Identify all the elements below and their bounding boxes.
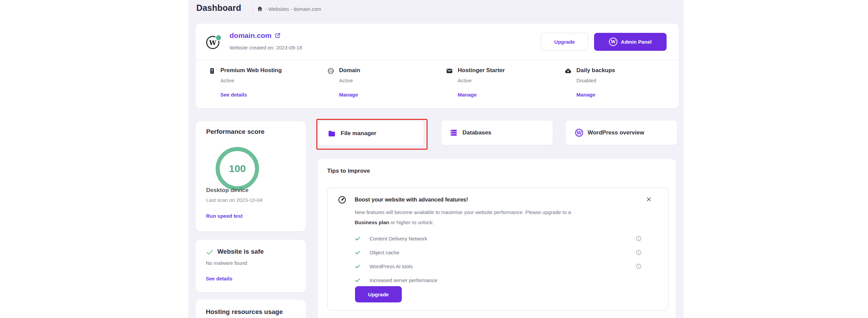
boost-banner-body-line1: New features will become available to ma… — [355, 209, 571, 215]
see-details-link[interactable]: See details — [220, 92, 247, 98]
service-title: Daily backups — [576, 67, 615, 74]
close-icon[interactable] — [646, 196, 652, 203]
feature-label: Object cache — [370, 250, 399, 255]
check-icon — [206, 248, 214, 256]
cloud-upload-icon — [565, 67, 572, 75]
server-icon — [209, 67, 216, 75]
feature-row: Object cache — [355, 249, 646, 257]
dashboard-page: Dashboard - Websites - domain.com W doma… — [188, 0, 684, 318]
check-icon — [355, 277, 360, 283]
domain-row: domain.com — [230, 31, 281, 40]
external-link-icon[interactable] — [275, 33, 281, 39]
globe-icon — [327, 67, 334, 75]
resources-title: Hosting resources usage — [206, 308, 283, 316]
wordpress-icon: W — [575, 129, 583, 137]
feature-row: Increased server performance — [355, 277, 646, 284]
service-title: Premium Web Hosting — [220, 67, 282, 74]
admin-panel-label: Admin Panel — [621, 39, 652, 45]
manage-link[interactable]: Manage — [339, 92, 358, 98]
databases-label: Databases — [462, 129, 491, 136]
speedometer-icon — [338, 195, 347, 204]
site-card: W domain.com Website created on: 2023-09… — [196, 24, 679, 108]
tips-card: Tips to improve Boost your website with … — [318, 159, 676, 318]
unlock-text: or higher to unlock: — [389, 219, 434, 225]
check-icon — [355, 250, 360, 255]
header-divider — [253, 3, 253, 16]
performance-score-ring: 100 — [216, 147, 259, 190]
feature-row: WordPress AI tools — [355, 263, 646, 271]
service-status: Active — [220, 78, 234, 83]
service-status: Active — [339, 78, 353, 83]
boost-banner-title: Boost your website with advanced feature… — [355, 197, 468, 203]
breadcrumb[interactable]: - Websites - domain.com — [265, 6, 321, 12]
card-divider — [196, 60, 679, 60]
boost-banner-body-line2: Business plan or higher to unlock: — [355, 219, 434, 225]
info-icon[interactable] — [635, 235, 642, 242]
wordpress-logo-icon: W — [609, 38, 617, 46]
boost-banner: Boost your website with advanced feature… — [327, 188, 669, 311]
service-status: Disabled — [576, 78, 596, 83]
feature-label: Increased server performance — [370, 277, 437, 283]
status-online-dot — [215, 35, 222, 41]
manage-link[interactable]: Manage — [576, 92, 595, 98]
check-icon — [355, 263, 360, 269]
performance-score-value: 100 — [229, 163, 246, 174]
check-icon — [355, 236, 360, 241]
mail-icon — [446, 67, 453, 75]
performance-title: Performance score — [206, 128, 264, 135]
run-speed-test-link[interactable]: Run speed test — [206, 213, 243, 219]
admin-panel-button[interactable]: W Admin Panel — [594, 33, 667, 51]
databases-card[interactable]: Databases — [441, 121, 553, 145]
service-title: Domain — [339, 67, 360, 74]
database-icon — [450, 129, 458, 137]
info-icon[interactable] — [635, 249, 642, 256]
folder-icon — [328, 129, 336, 138]
file-manager-label: File manager — [341, 130, 376, 137]
service-title: Hostinger Starter — [458, 67, 505, 74]
service-status: Active — [458, 78, 472, 83]
wordpress-overview-card[interactable]: W WordPress overview — [566, 121, 677, 145]
manage-link[interactable]: Manage — [458, 92, 477, 98]
feature-row: Content Delivery Network — [355, 235, 646, 243]
home-icon[interactable] — [257, 5, 263, 12]
business-plan-text: Business plan — [355, 219, 389, 225]
safety-card: Website is safe No malware found See det… — [196, 240, 306, 292]
upgrade-button[interactable]: Upgrade — [541, 33, 588, 51]
tips-title: Tips to improve — [327, 168, 370, 174]
wordpress-overview-label: WordPress overview — [588, 129, 644, 136]
resources-card: Hosting resources usage — [196, 300, 306, 318]
feature-label: WordPress AI tools — [370, 263, 413, 269]
upgrade-button[interactable]: Upgrade — [355, 286, 402, 302]
info-icon[interactable] — [635, 263, 642, 270]
see-details-link[interactable]: See details — [206, 276, 232, 281]
site-created-text: Website created on: 2023-09-18 — [230, 45, 302, 50]
feature-label: Content Delivery Network — [370, 236, 427, 241]
safety-subtitle: No malware found — [206, 260, 247, 266]
site-avatar: W — [206, 36, 221, 51]
safety-title: Website is safe — [217, 248, 264, 255]
page-title: Dashboard — [196, 3, 241, 13]
file-manager-card[interactable]: File manager — [319, 121, 423, 146]
performance-card: Performance score 100 Desktop device Las… — [196, 121, 306, 231]
last-scan-label: Last scan on 2023-10-04 — [206, 197, 262, 203]
device-label: Desktop device — [206, 187, 249, 194]
domain-link[interactable]: domain.com — [230, 31, 272, 40]
